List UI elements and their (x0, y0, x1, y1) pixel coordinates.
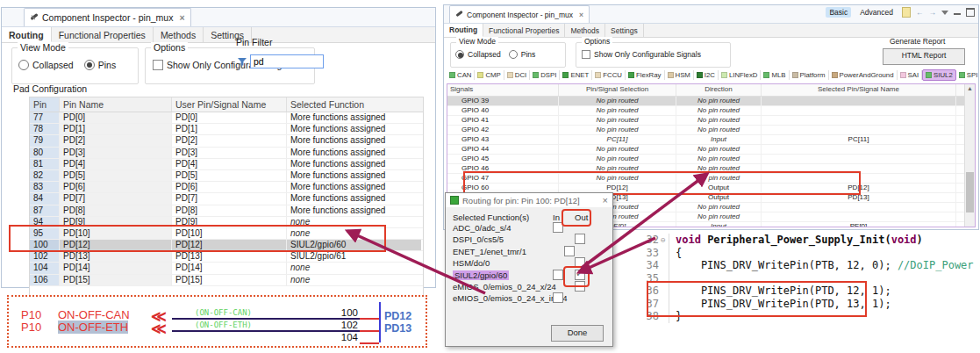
function-label[interactable]: HSM/do/0 (453, 258, 490, 268)
function-label[interactable]: eMIOS_0/emios_0_24_x_in/24 (453, 293, 567, 303)
pins-radio[interactable]: Pins (509, 50, 536, 59)
out-checkbox[interactable] (575, 281, 585, 292)
table-row[interactable]: 94PD[9]PD[9]none (30, 217, 423, 228)
basic-button[interactable]: Basic (826, 7, 851, 18)
signal-tab-i2c[interactable]: I2C (694, 70, 719, 80)
signal-tab-fccu[interactable]: FCCU (592, 70, 626, 80)
back-arrow-icon[interactable]: ← (916, 8, 924, 17)
table-row[interactable]: 79PD[2]PD[2]More functions assigned (30, 135, 423, 147)
tab-settings[interactable]: Settings (605, 24, 644, 37)
table-row[interactable]: 87PD[8]PD[8]More functions assigned (30, 205, 423, 217)
collapsed-radio[interactable]: Collapsed (455, 50, 501, 59)
table-row[interactable]: GPIO 47No pin routedNo pin routed (447, 174, 975, 184)
signal-tab-flexray[interactable]: FlexRay (626, 70, 665, 80)
signal-tab-cmp[interactable]: CMP (475, 70, 504, 80)
close-icon[interactable]: × (179, 12, 184, 23)
table-row[interactable]: 78PD[1]PD[1]More functions assigned (30, 124, 423, 135)
signal-tab-linflexd[interactable]: LINFlexD (719, 70, 762, 80)
pin-filter-input[interactable] (250, 54, 324, 68)
table-row[interactable]: GPIO 44No pin routedNo pin routed (447, 145, 975, 155)
forward-arrow-icon[interactable]: → (929, 8, 937, 17)
signal-tab-platform[interactable]: Platform (790, 70, 829, 80)
table-row[interactable]: 106PD[15]PD[15]none (30, 275, 423, 286)
table-row[interactable]: 80PD[3]PD[3]More functions assigned (30, 148, 423, 159)
done-button[interactable]: Done (551, 325, 604, 342)
table-row[interactable]: 102PD[13]PD[13]SIUL2/gpio/61 (30, 251, 423, 263)
function-label[interactable]: ADC_0/adc_s/4 (453, 223, 511, 233)
table-row[interactable]: 81PD[4]PD[4]More functions assigned (30, 159, 423, 170)
minimize-icon[interactable] (954, 11, 961, 15)
column-header-pin[interactable]: Pin (30, 97, 60, 112)
out-checkbox[interactable] (564, 246, 575, 256)
advanced-button[interactable]: Advanced (856, 7, 897, 18)
tab-methods[interactable]: Methods (154, 27, 204, 42)
tab-functional-properties[interactable]: Functional Properties (483, 24, 565, 37)
table-row[interactable]: GPIO 42No pin routedNo pin routed (447, 126, 975, 135)
table-row[interactable]: GPIO 46No pin routedNo pin routed (447, 164, 975, 174)
user-signal-cell: PD[8] (172, 205, 287, 216)
table-row[interactable]: 104PD[14]PD[14]none (30, 263, 423, 274)
note-icon[interactable] (902, 7, 911, 18)
tab-functional-properties[interactable]: Functional Properties (52, 27, 154, 42)
table-row[interactable]: 83PD[6]PD[6]More functions assigned (30, 182, 423, 193)
signal-tab-can[interactable]: CAN (447, 70, 475, 80)
table-row[interactable]: 100PD[12]PD[12]SIUL2/gpio/60 (30, 240, 423, 251)
pin-name-cell: PD[10] (60, 228, 172, 239)
fold-marker-icon[interactable]: ⊖ (661, 234, 669, 247)
table-row[interactable]: 95PD[10]PD[10]none (30, 228, 423, 240)
table-row[interactable]: GPIO 43PC[11]InputPC[11] (447, 135, 975, 145)
column-header-user-pin-signal-name[interactable]: User Pin/Signal Name (172, 97, 287, 112)
function-label[interactable]: SIUL2/gpio/60 (453, 270, 509, 280)
table-row[interactable]: 82PD[5]PD[5]More functions assigned (30, 170, 423, 182)
show-only-configurable-checkbox[interactable]: Show Only Configurable Signals (582, 50, 701, 59)
signal-tab-dci[interactable]: DCI (504, 70, 530, 80)
scrollbar-thumb[interactable] (966, 172, 974, 213)
scroll-up-arrow[interactable]: ▲ (965, 84, 975, 93)
signal-tab-dspi[interactable]: DSPI (530, 70, 560, 80)
pin-cell: 78 (30, 124, 60, 134)
close-icon[interactable]: × (579, 11, 583, 19)
tab-methods[interactable]: Methods (565, 24, 605, 37)
table-row[interactable]: GPIO 39No pin routedNo pin routed (447, 97, 975, 106)
column-header-pin-signal-selection[interactable]: Pin/Signal Selection (559, 84, 676, 96)
dialog-titlebar[interactable]: Routing for pin: Pin 100: PD[12] × (446, 193, 612, 207)
column-header-pin-name[interactable]: Pin Name (60, 97, 172, 112)
signal-tab-siul2[interactable]: SIUL2 (922, 69, 956, 81)
signal-tab-spi[interactable]: SPI (956, 70, 980, 80)
maximize-icon[interactable] (966, 8, 975, 17)
signal-tab-hsm[interactable]: HSM (665, 70, 694, 80)
function-label[interactable]: DSPI_0/cs5/5 (453, 234, 504, 244)
column-header-signals[interactable]: Signals (447, 84, 559, 96)
signal-tab-enet[interactable]: ENET (560, 70, 592, 80)
in-checkbox[interactable] (553, 222, 563, 233)
right-view-tab[interactable]: Component Inspector - pin_mux × (449, 5, 590, 23)
close-icon[interactable]: × (603, 195, 608, 205)
out-checkbox[interactable] (575, 257, 585, 268)
tab-routing[interactable]: Routing (2, 27, 52, 42)
column-header-selected-function[interactable]: Selected Function (287, 97, 421, 112)
table-row[interactable]: GPIO 40No pin routedNo pin routed (447, 106, 975, 116)
out-checkbox[interactable] (575, 270, 585, 280)
table-row[interactable]: GPIO 45No pin routedNo pin routed (447, 155, 975, 164)
table-row[interactable]: GPIO 41No pin routedNo pin routed (447, 116, 975, 126)
left-view-tab[interactable]: Component Inspector - pin_mux × (24, 8, 191, 26)
signal-tab-mlb[interactable]: MLB (761, 70, 789, 80)
pins-radio[interactable]: Pins (84, 60, 116, 70)
out-checkbox[interactable] (575, 234, 585, 244)
selected-function-cell: SIUL2/gpio/60 (287, 240, 421, 250)
in-checkbox[interactable] (553, 292, 563, 303)
html-report-button[interactable]: HTML Report (883, 48, 965, 65)
view-menu-icon[interactable] (941, 11, 948, 15)
function-label[interactable]: eMIOS_0/emios_0_24_x/24 (453, 282, 556, 292)
tab-routing[interactable]: Routing (444, 24, 483, 37)
table-row[interactable]: 84PD[7]PD[7]More functions assigned (30, 193, 423, 205)
function-label[interactable]: ENET_1/enet_tmr/1 (453, 247, 526, 256)
column-header-direction[interactable]: Direction (676, 84, 762, 96)
in-checkbox[interactable] (553, 270, 563, 280)
signal-tab-powerandground[interactable]: PowerAndGround (829, 70, 898, 80)
column-header-selected-pin-signal-name[interactable]: Selected Pin/Signal Name (762, 84, 956, 96)
collapsed-radio[interactable]: Collapsed (18, 60, 74, 70)
table-row[interactable]: 77PD[0]PD[0]More functions assigned (30, 112, 423, 124)
vertical-scrollbar[interactable]: ▲ (964, 84, 975, 227)
signal-tab-sai[interactable]: SAI (898, 70, 923, 80)
